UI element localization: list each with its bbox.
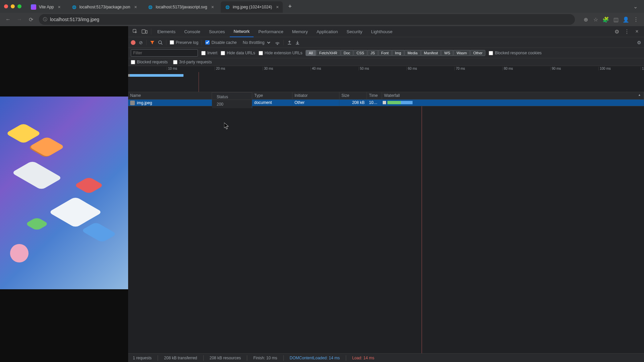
- favicon-icon: 🌐: [148, 4, 153, 10]
- sidepanel-icon[interactable]: ◫: [611, 15, 621, 24]
- new-tab-button[interactable]: +: [288, 3, 292, 10]
- viewed-image[interactable]: [0, 97, 128, 289]
- minimize-window-icon[interactable]: [11, 4, 15, 8]
- tick-label: 20 ms: [215, 67, 225, 70]
- chevron-down-icon[interactable]: ⌄: [631, 2, 640, 11]
- tab-sources[interactable]: Sources: [205, 26, 229, 37]
- profile-icon[interactable]: 👤: [621, 15, 631, 24]
- import-har-icon[interactable]: [287, 40, 292, 45]
- type-css[interactable]: CSS: [354, 50, 367, 56]
- hide-data-urls-checkbox[interactable]: Hide data URLs: [221, 51, 255, 55]
- col-name[interactable]: Name: [128, 92, 212, 99]
- tab-package-json[interactable]: 🌐 localhost:5173/package.json ×: [67, 1, 141, 13]
- network-conditions-icon[interactable]: [275, 40, 280, 45]
- col-type[interactable]: Type: [252, 92, 292, 99]
- tab-img-jpeg[interactable]: 🌐 img.jpeg (1024×1024) ×: [221, 1, 283, 13]
- col-initiator[interactable]: Initiator: [292, 92, 339, 99]
- inspect-element-icon[interactable]: [131, 27, 140, 36]
- svg-rect-1: [142, 30, 145, 34]
- zoom-icon[interactable]: ⊕: [581, 15, 590, 24]
- extensions-icon[interactable]: 🧩: [601, 15, 610, 24]
- type-other[interactable]: Other: [470, 50, 486, 56]
- tab-memory[interactable]: Memory: [288, 26, 312, 37]
- disable-cache-checkbox[interactable]: Disable cache: [205, 40, 236, 45]
- favicon-icon: 🌐: [71, 4, 77, 10]
- status-domcontentloaded: DOMContentLoaded: 14 ms: [290, 356, 340, 360]
- tab-vite-app[interactable]: Vite App ×: [27, 1, 65, 13]
- tab-network[interactable]: Network: [230, 26, 254, 37]
- hide-extension-urls-checkbox[interactable]: Hide extension URLs: [259, 51, 303, 55]
- status-requests: 1 requests: [133, 356, 152, 360]
- type-img[interactable]: Img: [392, 50, 404, 56]
- close-tab-icon[interactable]: ×: [276, 4, 279, 10]
- tab-elements[interactable]: Elements: [153, 26, 179, 37]
- page-content: [0, 26, 128, 362]
- invert-checkbox[interactable]: Invert: [201, 51, 217, 55]
- blocked-cookies-checkbox[interactable]: Blocked response cookies: [489, 51, 541, 55]
- svg-rect-2: [146, 31, 148, 34]
- cell-waterfall: [382, 100, 644, 106]
- tab-javascript-svg[interactable]: 🌐 localhost:5173/javascript.svg ×: [144, 1, 218, 13]
- url-text: localhost:5173/img.jpeg: [50, 17, 99, 22]
- tab-application[interactable]: Application: [313, 26, 342, 37]
- network-filter-bar-2: Blocked requests 3rd-party requests: [128, 58, 644, 66]
- gear-icon[interactable]: ⚙: [612, 27, 621, 36]
- svg-point-3: [159, 41, 162, 44]
- type-media[interactable]: Media: [405, 50, 421, 56]
- tick-label: 90 ms: [550, 67, 561, 70]
- timeline-overview[interactable]: 10 ms 20 ms 30 ms 40 ms 50 ms 60 ms 70 m…: [128, 66, 644, 92]
- type-doc[interactable]: Doc: [341, 50, 354, 56]
- type-fetch[interactable]: Fetch/XHR: [316, 50, 340, 56]
- type-ws[interactable]: WS: [441, 50, 453, 56]
- menu-icon[interactable]: ⋮: [631, 15, 641, 24]
- forward-button[interactable]: →: [15, 15, 24, 24]
- third-party-checkbox[interactable]: 3rd-party requests: [173, 60, 212, 64]
- preserve-log-checkbox[interactable]: Preserve log: [170, 40, 198, 45]
- filter-input[interactable]: [131, 49, 198, 57]
- back-button[interactable]: ←: [3, 15, 13, 24]
- tick-label: 10 ms: [167, 67, 177, 70]
- record-button[interactable]: [131, 40, 136, 45]
- bookmark-icon[interactable]: ☆: [591, 15, 600, 24]
- type-wasm[interactable]: Wasm: [453, 50, 470, 56]
- blocked-requests-checkbox[interactable]: Blocked requests: [131, 60, 168, 64]
- tab-security[interactable]: Security: [342, 26, 366, 37]
- kebab-icon[interactable]: ⋮: [623, 27, 631, 36]
- export-har-icon[interactable]: [295, 40, 300, 45]
- type-manifest[interactable]: Manifest: [421, 50, 441, 56]
- window-controls: [4, 4, 21, 8]
- status-transferred: 208 kB transferred: [164, 356, 197, 360]
- tab-title: img.jpeg (1024×1024): [233, 5, 272, 9]
- tab-performance[interactable]: Performance: [254, 26, 287, 37]
- table-body-empty: [128, 106, 644, 353]
- tab-title: Vite App: [39, 5, 54, 9]
- type-font[interactable]: Font: [378, 50, 392, 56]
- site-info-icon[interactable]: ⓘ: [43, 16, 47, 22]
- close-tab-icon[interactable]: ×: [58, 4, 60, 10]
- settings-gear-icon[interactable]: ⚙: [637, 40, 641, 45]
- reload-button[interactable]: ⟳: [26, 15, 36, 24]
- search-icon[interactable]: [158, 40, 163, 45]
- tick-label: 110: [641, 67, 644, 70]
- table-row[interactable]: img.jpeg 200 document Other 208 kB 10…: [128, 100, 644, 106]
- col-size[interactable]: Size: [339, 92, 367, 99]
- close-devtools-icon[interactable]: ×: [633, 27, 641, 36]
- cell-time: 10…: [367, 100, 382, 106]
- clear-icon[interactable]: ⊘: [139, 40, 143, 45]
- type-js[interactable]: JS: [368, 50, 378, 56]
- device-toolbar-icon[interactable]: [140, 27, 149, 36]
- close-tab-icon[interactable]: ×: [211, 4, 214, 10]
- type-all[interactable]: All: [306, 50, 316, 56]
- tab-lighthouse[interactable]: Lighthouse: [367, 26, 396, 37]
- close-tab-icon[interactable]: ×: [134, 4, 137, 10]
- address-bar[interactable]: ⓘ localhost:5173/img.jpeg: [39, 14, 575, 25]
- cell-name: img.jpeg: [128, 100, 212, 106]
- close-window-icon[interactable]: [4, 4, 8, 8]
- col-waterfall[interactable]: Waterfall▲: [382, 92, 644, 99]
- tab-console[interactable]: Console: [180, 26, 204, 37]
- col-time[interactable]: Time: [367, 92, 382, 99]
- tick-label: 80 ms: [502, 67, 513, 70]
- maximize-window-icon[interactable]: [17, 4, 21, 8]
- filter-icon[interactable]: [150, 40, 155, 45]
- throttling-select[interactable]: No throttling: [240, 39, 271, 46]
